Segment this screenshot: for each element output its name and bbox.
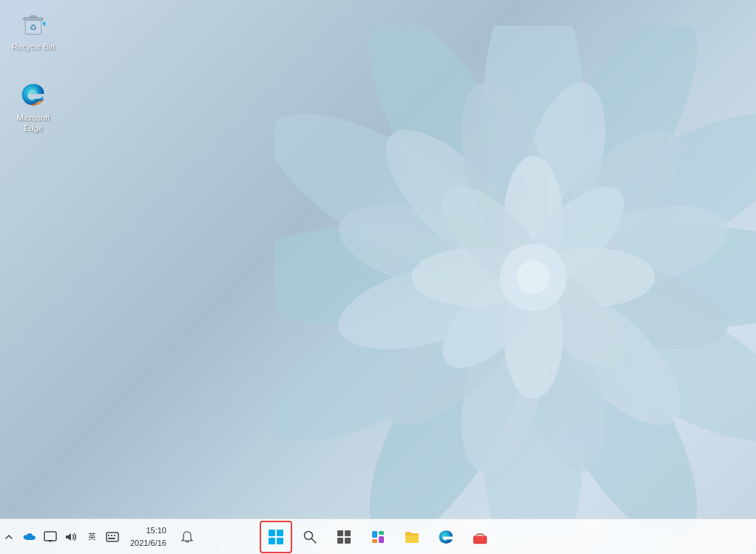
- language-button[interactable]: 英: [83, 528, 101, 546]
- keyboard-icon: [106, 532, 119, 542]
- svg-rect-36: [30, 16, 37, 18]
- recycle-bin-icon[interactable]: ♻ Recycle Bin: [6, 6, 61, 55]
- svg-rect-54: [44, 532, 56, 541]
- svg-rect-44: [337, 538, 343, 544]
- task-view-button[interactable]: [328, 521, 360, 553]
- connect-button[interactable]: [41, 528, 59, 546]
- show-hidden-icons-button[interactable]: [0, 528, 18, 546]
- svg-text:♻: ♻: [30, 23, 37, 32]
- input-indicator-button[interactable]: [104, 528, 121, 546]
- svg-rect-42: [337, 530, 343, 536]
- clock-time: 15:10: [146, 524, 166, 537]
- clock[interactable]: 15:10 2021/6/16: [124, 524, 172, 549]
- volume-icon: [64, 531, 78, 543]
- edge-taskbar-button[interactable]: [430, 521, 462, 553]
- recycle-bin-image: ♻: [18, 9, 48, 38]
- search-icon: [303, 530, 317, 544]
- wallpaper: [274, 26, 756, 529]
- recycle-bin-label: Recycle Bin: [12, 41, 55, 52]
- svg-rect-58: [108, 535, 109, 536]
- search-button[interactable]: [294, 521, 326, 553]
- store-icon: [472, 529, 488, 545]
- svg-point-33: [516, 260, 550, 294]
- store-button[interactable]: [464, 521, 496, 553]
- svg-rect-47: [379, 531, 384, 535]
- svg-marker-38: [43, 21, 46, 26]
- svg-line-41: [311, 538, 316, 543]
- svg-rect-59: [111, 535, 112, 536]
- svg-rect-48: [372, 539, 377, 543]
- taskbar: 英 15:10 2021/6/16: [0, 518, 756, 554]
- onedrive-button[interactable]: [21, 528, 38, 546]
- notification-button[interactable]: [175, 521, 199, 553]
- start-button[interactable]: [260, 521, 292, 553]
- language-label: 英: [88, 531, 96, 542]
- svg-rect-53: [474, 536, 487, 543]
- svg-rect-43: [345, 530, 351, 536]
- edge-label: Microsoft Edge: [9, 112, 58, 134]
- microsoft-edge-icon[interactable]: Microsoft Edge: [6, 77, 61, 137]
- widgets-button[interactable]: [362, 521, 394, 553]
- desktop: ♻ Recycle Bin: [0, 0, 756, 554]
- system-tray: 英 15:10 2021/6/16: [0, 521, 199, 553]
- widgets-icon: [371, 530, 385, 544]
- taskbar-center: [260, 521, 496, 553]
- svg-rect-46: [372, 531, 377, 538]
- task-view-icon: [337, 530, 351, 544]
- svg-rect-49: [379, 536, 384, 543]
- cloud-icon: [23, 532, 36, 542]
- notification-icon: [180, 530, 194, 544]
- monitor-icon: [44, 531, 57, 543]
- clock-date: 2021/6/16: [130, 537, 166, 550]
- edge-taskbar-icon: [438, 529, 454, 545]
- svg-rect-57: [107, 533, 118, 541]
- svg-rect-61: [108, 538, 115, 539]
- windows-logo-icon: [269, 530, 283, 544]
- svg-rect-60: [114, 535, 115, 536]
- chevron-up-icon: [4, 533, 13, 541]
- edge-image: [18, 80, 48, 109]
- svg-rect-45: [345, 538, 351, 544]
- volume-button[interactable]: [62, 528, 80, 546]
- file-explorer-icon: [404, 530, 420, 544]
- file-explorer-button[interactable]: [396, 521, 428, 553]
